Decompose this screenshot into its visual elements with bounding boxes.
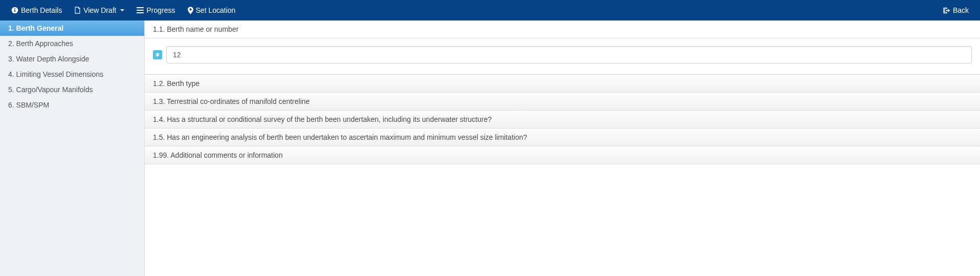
sidebar-item-water-depth[interactable]: 3. Water Depth Alongside (0, 51, 144, 67)
panel-body-1-1 (145, 38, 980, 74)
nav-set-location[interactable]: Set Location (182, 1, 242, 19)
panel-title: 1.4. Has a structural or conditional sur… (153, 115, 492, 123)
svg-rect-4 (137, 10, 144, 11)
sidebar-item-sbm-spm[interactable]: 6. SBM/SPM (0, 97, 144, 113)
panel-heading-1-1[interactable]: 1.1. Berth name or number (145, 20, 980, 38)
svg-point-2 (14, 8, 15, 9)
svg-rect-5 (137, 12, 144, 13)
sidebar-item-label: 3. Water Depth Alongside (8, 55, 89, 63)
sidebar: 1. Berth General 2. Berth Approaches 3. … (0, 20, 145, 276)
nav-view-draft[interactable]: View Draft (68, 1, 130, 19)
nav-progress[interactable]: Progress (130, 1, 181, 19)
nav-back[interactable]: Back (937, 1, 975, 19)
list-icon (137, 7, 144, 13)
sidebar-item-cargo-manifolds[interactable]: 5. Cargo/Vapour Manifolds (0, 82, 144, 97)
sidebar-item-label: 6. SBM/SPM (8, 101, 49, 109)
chevron-down-icon (120, 9, 124, 11)
map-marker-icon (188, 7, 193, 14)
panel-title: 1.1. Berth name or number (153, 25, 238, 33)
main-content: 1.1. Berth name or number 1.2. Berth typ… (145, 20, 980, 276)
panel-title: 1.3. Terrestrial co-ordinates of manifol… (153, 97, 309, 105)
panel-heading-1-3[interactable]: 1.3. Terrestrial co-ordinates of manifol… (145, 92, 980, 111)
input-row (153, 46, 972, 63)
panel-group: 1.1. Berth name or number 1.2. Berth typ… (145, 20, 980, 164)
svg-rect-1 (14, 10, 15, 12)
sign-out-icon (943, 7, 950, 14)
svg-rect-3 (137, 7, 144, 8)
panel-title: 1.5. Has an engineering analysis of bert… (153, 133, 527, 141)
sidebar-item-label: 5. Cargo/Vapour Manifolds (8, 86, 93, 94)
nav-label: Set Location (196, 6, 236, 14)
nav-label: Back (953, 6, 969, 14)
info-icon (11, 7, 18, 14)
sidebar-item-label: 4. Limiting Vessel Dimensions (8, 70, 103, 78)
layout: 1. Berth General 2. Berth Approaches 3. … (0, 20, 980, 276)
sidebar-item-label: 2. Berth Approaches (8, 39, 73, 48)
topbar-left: Berth Details View Draft Progress Set Lo… (5, 1, 241, 19)
panel-heading-1-4[interactable]: 1.4. Has a structural or conditional sur… (145, 110, 980, 129)
panel-heading-1-99[interactable]: 1.99. Additional comments or information (145, 146, 980, 164)
nav-berth-details[interactable]: Berth Details (5, 1, 68, 19)
sidebar-item-berth-general[interactable]: 1. Berth General (0, 20, 144, 36)
sidebar-item-berth-approaches[interactable]: 2. Berth Approaches (0, 36, 144, 51)
nav-label: Progress (146, 6, 175, 14)
required-icon (153, 50, 162, 59)
sidebar-item-limiting-dimensions[interactable]: 4. Limiting Vessel Dimensions (0, 67, 144, 82)
pdf-file-icon (74, 7, 81, 14)
nav-label: Berth Details (21, 6, 62, 14)
topbar: Berth Details View Draft Progress Set Lo… (0, 0, 980, 20)
sidebar-item-label: 1. Berth General (8, 24, 63, 32)
panel-title: 1.2. Berth type (153, 79, 199, 88)
panel-heading-1-2[interactable]: 1.2. Berth type (145, 74, 980, 93)
nav-label: View Draft (83, 6, 116, 14)
topbar-right: Back (937, 1, 975, 19)
berth-name-input[interactable] (166, 46, 972, 63)
panel-title: 1.99. Additional comments or information (153, 151, 283, 159)
panel-heading-1-5[interactable]: 1.5. Has an engineering analysis of bert… (145, 128, 980, 146)
